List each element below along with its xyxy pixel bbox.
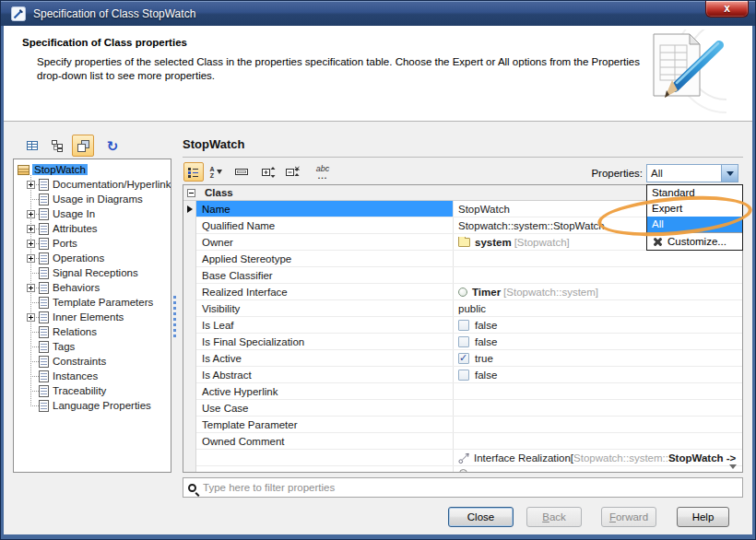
tree-item-tags[interactable]: Tags	[14, 339, 171, 354]
dropdown-option-standard[interactable]: Standard	[647, 185, 742, 201]
tree-item-template-parameters[interactable]: Template Parameters	[14, 295, 171, 310]
tree-item-constraints[interactable]: Constraints	[14, 354, 171, 369]
forward-button[interactable]: Forward	[601, 507, 656, 527]
panel-splitter-handle[interactable]	[173, 296, 176, 338]
tree-item-usage-in-diagrams[interactable]: Usage in Diagrams	[14, 192, 171, 206]
property-row-is-abstract[interactable]: Is Abstract false	[196, 367, 742, 383]
tree-item-traceability[interactable]: Traceability	[14, 383, 171, 398]
tree-item-signal-receptions[interactable]: Signal Receptions	[14, 265, 171, 280]
property-row-applied-stereotype[interactable]: Applied Stereotype	[196, 251, 742, 267]
document-icon	[39, 385, 49, 397]
document-icon	[39, 311, 49, 323]
document-icon	[39, 370, 49, 382]
properties-table-icon[interactable]	[21, 135, 43, 157]
property-row-visibility[interactable]: Visibility public	[196, 300, 742, 317]
scroll-down-icon[interactable]	[726, 461, 739, 472]
interface-icon	[458, 288, 467, 297]
close-icon[interactable]: x	[705, 1, 749, 18]
property-row-is-final-specialization[interactable]: Is Final Specialization false	[196, 334, 742, 350]
abc-filter-icon[interactable]: abc...	[313, 162, 333, 182]
expand-plus-icon[interactable]	[27, 240, 35, 248]
property-row-use-case[interactable]: Use Case	[196, 400, 742, 417]
expand-plus-icon[interactable]	[27, 254, 35, 263]
tree-item-usage-in[interactable]: Usage In	[14, 206, 171, 221]
expand-nodes-icon[interactable]	[259, 162, 279, 182]
expand-plus-icon[interactable]	[27, 284, 35, 292]
document-icon	[39, 297, 49, 309]
collapse-minus-icon[interactable]	[187, 189, 195, 197]
dialog-app-icon	[11, 6, 26, 21]
document-icon	[39, 179, 49, 191]
tree-item-language-properties[interactable]: Language Properties	[14, 398, 171, 413]
filter-field-container[interactable]	[183, 477, 743, 498]
header-description-line1: Specify properties of the selected Class…	[37, 56, 640, 67]
collapse-nodes-icon[interactable]	[283, 162, 303, 182]
properties-dropdown[interactable]: All	[646, 164, 738, 182]
back-button[interactable]: Back	[526, 507, 582, 527]
category-label: Class	[205, 187, 233, 198]
document-icon	[39, 267, 49, 279]
tree-item-documentation[interactable]: Documentation/Hyperlinks	[14, 177, 171, 192]
selected-row-arrow-icon	[187, 205, 193, 213]
tree-item-relations[interactable]: Relations	[14, 324, 171, 339]
dropdown-option-customize[interactable]: Customize...	[647, 232, 742, 250]
close-button[interactable]: Close	[448, 507, 514, 527]
dropdown-option-expert[interactable]: Expert	[647, 201, 742, 217]
class-icon	[18, 165, 30, 175]
document-icon	[39, 223, 49, 235]
help-button[interactable]: Help	[677, 507, 729, 527]
expand-plus-icon[interactable]	[27, 181, 35, 189]
document-icon	[39, 341, 49, 353]
expand-plus-icon[interactable]	[27, 225, 35, 233]
document-icon	[39, 208, 49, 220]
tree-item-inner-elements[interactable]: Inner Elements	[14, 310, 171, 324]
window-title: Specification of Class StopWatch	[33, 7, 195, 20]
property-row-interface-realization[interactable]: Interface Realization[Stopwatch::system:…	[196, 450, 742, 466]
row-header-gutter	[183, 185, 196, 472]
tree-item-instances[interactable]: Instances	[14, 369, 171, 383]
show-description-icon[interactable]	[231, 162, 252, 182]
document-icon	[39, 326, 49, 338]
property-row-is-leaf[interactable]: Is Leaf false	[196, 317, 742, 334]
specification-tree: StopWatch Documentation/Hyperlinks Usage…	[13, 158, 171, 473]
checkbox-unchecked-icon[interactable]	[458, 370, 469, 381]
customize-tools-icon	[652, 236, 664, 248]
categorized-view-icon[interactable]	[183, 162, 204, 182]
sort-alphabetically-icon[interactable]: AZ	[206, 162, 226, 182]
checkbox-unchecked-icon[interactable]	[458, 336, 469, 347]
expand-plus-icon[interactable]	[27, 210, 35, 218]
title-bar[interactable]: Specification of Class StopWatch	[1, 1, 755, 26]
property-row-active-hyperlink[interactable]: Active Hyperlink	[196, 383, 742, 400]
checkbox-unchecked-icon[interactable]	[458, 320, 469, 331]
tree-root-stopwatch[interactable]: StopWatch	[14, 162, 171, 177]
specification-dialog: Specification of Class StopWatch x Speci…	[0, 0, 756, 540]
property-row-is-active[interactable]: Is Active true	[196, 350, 742, 367]
property-row-template-parameter[interactable]: Template Parameter	[196, 417, 742, 433]
filter-input[interactable]	[203, 482, 742, 493]
expand-plus-icon[interactable]	[27, 313, 35, 322]
document-pencil-icon	[638, 29, 726, 116]
realization-icon	[458, 452, 470, 464]
chevron-down-icon[interactable]	[721, 165, 738, 182]
tree-item-operations[interactable]: Operations	[14, 251, 171, 265]
tree-item-behaviors[interactable]: Behaviors	[14, 280, 171, 295]
search-icon	[188, 484, 196, 492]
refresh-icon[interactable]: ↻	[101, 135, 124, 157]
document-icon	[39, 194, 49, 205]
header-title: Specification of Class properties	[22, 37, 187, 48]
document-icon	[39, 356, 49, 368]
tree-item-ports[interactable]: Ports	[14, 236, 171, 251]
checkbox-checked-icon[interactable]	[458, 353, 469, 364]
document-icon	[39, 282, 49, 294]
clipped-next-row-icon	[459, 469, 467, 473]
property-row-realized-interface[interactable]: Realized Interface Timer[Stopwatch::syst…	[196, 284, 742, 300]
dropdown-option-all[interactable]: All	[647, 217, 742, 232]
stack-view-icon[interactable]	[72, 135, 94, 157]
folder-icon	[458, 238, 470, 247]
document-icon	[39, 252, 49, 264]
property-row-base-classifier[interactable]: Base Classifier	[196, 267, 742, 284]
tree-root-label: StopWatch	[32, 164, 88, 175]
property-row-owned-comment[interactable]: Owned Comment	[196, 433, 742, 450]
containment-tree-icon[interactable]	[46, 135, 68, 157]
tree-item-attributes[interactable]: Attributes	[14, 221, 171, 236]
